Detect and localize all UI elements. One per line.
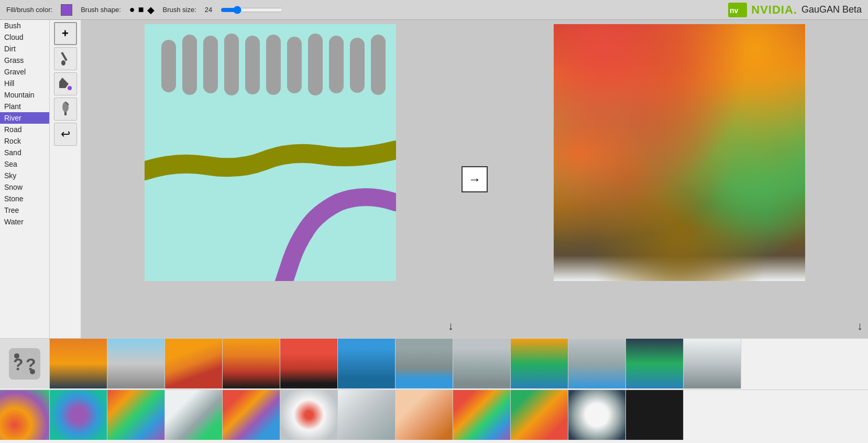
- brush-size-label: Brush size:: [163, 6, 196, 14]
- svg-point-23: [14, 353, 19, 359]
- canvas-container: ↓: [81, 20, 459, 338]
- thumbnail-art-12[interactable]: [626, 390, 684, 440]
- canvas-svg: [145, 24, 396, 281]
- thumbnail-art-10[interactable]: [511, 390, 568, 440]
- sidebar-item-stone[interactable]: Stone: [0, 193, 49, 204]
- sidebar-item-gravel[interactable]: Gravel: [0, 66, 49, 78]
- brush-size-slider[interactable]: [221, 6, 283, 14]
- sidebar-item-water[interactable]: Water: [0, 216, 49, 228]
- toolbar: Fill/brush color: Brush shape: ● ■ ◆ Bru…: [0, 0, 868, 20]
- svg-rect-19: [371, 35, 386, 95]
- canvas-download-button[interactable]: ↓: [448, 319, 454, 333]
- svg-rect-17: [329, 36, 344, 93]
- nvidia-text: NVIDIA.: [751, 3, 797, 17]
- undo-button[interactable]: ↩: [54, 123, 77, 146]
- svg-marker-4: [59, 78, 69, 88]
- brush-shape-label: Brush shape:: [81, 6, 121, 14]
- sidebar-item-cloud[interactable]: Cloud: [0, 31, 49, 43]
- thumbnail-art-7[interactable]: [338, 390, 395, 440]
- svg-rect-16: [308, 34, 323, 95]
- random-button[interactable]: ? ?: [0, 339, 50, 388]
- thumbnail-art-4[interactable]: [165, 390, 223, 440]
- thumbnail-photo-1[interactable]: [50, 339, 107, 388]
- thumbnail-art-5[interactable]: [223, 390, 280, 440]
- sidebar-item-hill[interactable]: Hill: [0, 78, 49, 89]
- thumbnail-photo-5[interactable]: [280, 339, 338, 388]
- label-list: Bush Cloud Dirt Grass Gravel Hill Mounta…: [0, 20, 49, 338]
- thumbnail-photo-11[interactable]: [626, 339, 684, 388]
- tool-panel: + ↩: [50, 20, 81, 338]
- thumbnail-photo-7[interactable]: [395, 339, 453, 388]
- fill-icon: [58, 77, 73, 91]
- main-area: Bush Cloud Dirt Grass Gravel Hill Mounta…: [0, 20, 868, 338]
- svg-rect-10: [182, 35, 197, 95]
- sidebar-item-plant[interactable]: Plant: [0, 101, 49, 112]
- sidebar-item-bush[interactable]: Bush: [0, 20, 49, 31]
- circle-shape[interactable]: ●: [129, 4, 135, 15]
- output-painting: [554, 24, 805, 281]
- svg-point-3: [61, 60, 65, 66]
- thumbnail-photo-10[interactable]: [568, 339, 626, 388]
- thumbnail-photo-6[interactable]: [338, 339, 395, 388]
- svg-rect-14: [266, 35, 281, 95]
- sidebar-item-sky[interactable]: Sky: [0, 170, 49, 181]
- thumbnail-photo-8[interactable]: [453, 339, 511, 388]
- thumbnail-row-styles: [0, 390, 868, 441]
- drawing-canvas[interactable]: [145, 24, 396, 281]
- sidebar-item-mountain[interactable]: Mountain: [0, 89, 49, 101]
- brush-size-value: 24: [205, 6, 212, 14]
- output-container: ↓: [490, 20, 868, 338]
- svg-point-5: [68, 86, 72, 90]
- fill-label: Fill/brush color:: [6, 6, 52, 14]
- svg-rect-18: [350, 38, 365, 93]
- svg-rect-9: [161, 40, 176, 92]
- square-shape[interactable]: ■: [138, 4, 144, 15]
- nvidia-logo: nv NVIDIA. GauGAN Beta: [728, 3, 862, 17]
- sidebar-item-river[interactable]: River: [0, 112, 49, 124]
- thumbnail-art-9[interactable]: [453, 390, 511, 440]
- sidebar-item-rock[interactable]: Rock: [0, 135, 49, 147]
- new-canvas-button[interactable]: +: [54, 22, 77, 45]
- eyedropper-icon: [59, 102, 72, 116]
- thumbnail-row-photos: ? ?: [0, 339, 868, 390]
- svg-point-24: [30, 369, 35, 374]
- output-download-button[interactable]: ↓: [857, 319, 863, 333]
- thumbnail-art-8[interactable]: [395, 390, 453, 440]
- sidebar-item-grass[interactable]: Grass: [0, 55, 49, 66]
- sidebar-item-sand[interactable]: Sand: [0, 147, 49, 158]
- svg-rect-2: [61, 52, 67, 61]
- svg-text:nv: nv: [730, 6, 739, 15]
- sidebar-item-dirt[interactable]: Dirt: [0, 43, 49, 55]
- brush-tool-button[interactable]: [54, 47, 77, 70]
- sidebar-item-tree[interactable]: Tree: [0, 204, 49, 216]
- sidebar-item-snow[interactable]: Snow: [0, 181, 49, 193]
- sidebar: Bush Cloud Dirt Grass Gravel Hill Mounta…: [0, 20, 50, 338]
- svg-rect-11: [203, 36, 218, 93]
- brush-icon: [59, 51, 72, 66]
- thumbnail-photo-3[interactable]: [165, 339, 223, 388]
- thumbnail-art-1[interactable]: [0, 390, 50, 440]
- diamond-shape[interactable]: ◆: [147, 4, 155, 16]
- generate-button[interactable]: →: [462, 166, 488, 192]
- thumbnail-art-2[interactable]: [50, 390, 107, 440]
- thumbnail-photo-4[interactable]: [223, 339, 280, 388]
- thumbnail-art-6[interactable]: [280, 390, 338, 440]
- eyedropper-tool-button[interactable]: [54, 98, 77, 121]
- color-swatch[interactable]: [61, 4, 72, 16]
- brush-shapes: ● ■ ◆: [129, 4, 155, 16]
- thumbnail-photo-12[interactable]: [684, 339, 741, 388]
- arrow-panel: →: [459, 20, 490, 338]
- thumbnail-art-11[interactable]: [568, 390, 626, 440]
- svg-rect-13: [245, 36, 260, 94]
- sidebar-item-sea[interactable]: Sea: [0, 158, 49, 170]
- bottom-section: ? ?: [0, 338, 868, 443]
- nvidia-icon: nv: [728, 3, 747, 17]
- gaugan-text: GauGAN Beta: [801, 4, 862, 15]
- thumbnail-photo-9[interactable]: [511, 339, 568, 388]
- svg-rect-12: [224, 34, 239, 95]
- fill-tool-button[interactable]: [54, 72, 77, 95]
- sidebar-item-road[interactable]: Road: [0, 124, 49, 135]
- thumbnail-photo-2[interactable]: [107, 339, 165, 388]
- output-image: [554, 24, 805, 281]
- thumbnail-art-3[interactable]: [107, 390, 165, 440]
